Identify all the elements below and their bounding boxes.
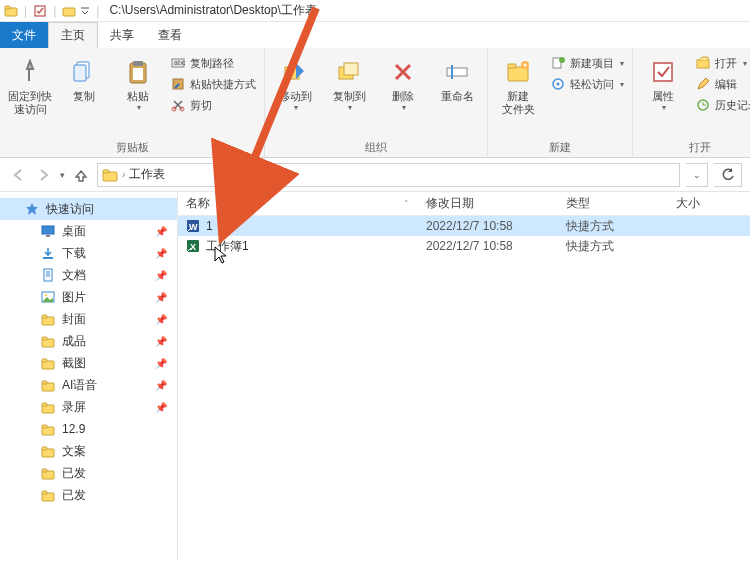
sidebar-item[interactable]: 成品📌 <box>0 330 177 352</box>
ribbon-group-open: 属性 ▾ 打开 ▾ 编辑 <box>633 48 750 157</box>
sidebar-item[interactable]: 封面📌 <box>0 308 177 330</box>
delete-button[interactable]: 删除 ▾ <box>379 52 427 112</box>
tab-share[interactable]: 共享 <box>98 22 146 48</box>
tab-file[interactable]: 文件 <box>0 22 48 48</box>
sidebar-item-label: 桌面 <box>62 223 86 240</box>
edit-button[interactable]: 编辑 <box>693 75 750 93</box>
table-row[interactable]: X工作簿12022/12/7 10:58快捷方式 <box>178 236 750 256</box>
folder-icon <box>102 167 118 183</box>
sidebar-item[interactable]: 桌面📌 <box>0 220 177 242</box>
ribbon-group-clipboard: 固定到快 速访问 复制 粘贴 ▾ abc 复制 <box>0 48 265 157</box>
pin-icon: 📌 <box>155 358 167 369</box>
new-folder-icon <box>502 56 534 88</box>
history-button[interactable]: 历史记录 <box>693 96 750 114</box>
copy-button[interactable]: 复制 <box>60 52 108 103</box>
file-date: 2022/12/7 10:58 <box>418 219 558 233</box>
table-row[interactable]: W12022/12/7 10:58快捷方式 <box>178 216 750 236</box>
sidebar-item[interactable]: 录屏📌 <box>0 396 177 418</box>
sidebar-item[interactable]: 截图📌 <box>0 352 177 374</box>
back-button[interactable] <box>8 165 28 185</box>
new-item-button[interactable]: 新建项目 ▾ <box>548 54 626 72</box>
folder-icon <box>40 487 56 503</box>
folder-small-icon[interactable] <box>62 4 76 18</box>
sidebar-item-label: 已发 <box>62 487 86 504</box>
svg-rect-26 <box>654 63 672 81</box>
pin-icon: 📌 <box>155 226 167 237</box>
copy-path-icon: abc <box>170 55 186 71</box>
paste-shortcut-icon <box>170 76 186 92</box>
sidebar-item[interactable]: AI语音📌 <box>0 374 177 396</box>
rename-button[interactable]: 重命名 <box>433 52 481 103</box>
file-type: 快捷方式 <box>558 238 668 255</box>
forward-button[interactable] <box>34 165 54 185</box>
sidebar-item[interactable]: 已发 <box>0 462 177 484</box>
separator: | <box>53 4 56 18</box>
file-name: 工作簿1 <box>206 238 249 255</box>
move-to-button[interactable]: 移动到 ▾ <box>271 52 319 112</box>
pin-to-quickaccess-button[interactable]: 固定到快 速访问 <box>6 52 54 116</box>
sidebar-nav: 快速访问 桌面📌下载📌文档📌图片📌封面📌成品📌截图📌AI语音📌录屏📌12.9文案… <box>0 192 178 561</box>
svg-rect-57 <box>42 425 47 428</box>
col-date[interactable]: 修改日期 <box>418 192 558 215</box>
up-button[interactable] <box>71 165 91 185</box>
paste-shortcut-button[interactable]: 粘贴快捷方式 <box>168 75 258 93</box>
svg-rect-19 <box>508 67 528 81</box>
sidebar-item[interactable]: 文案 <box>0 440 177 462</box>
window-title: C:\Users\Administrator\Desktop\工作表 <box>109 2 316 19</box>
svg-rect-8 <box>133 68 143 80</box>
history-dropdown-icon[interactable]: ▾ <box>60 170 65 180</box>
sidebar-item-quickaccess[interactable]: 快速访问 <box>0 198 177 220</box>
paste-button[interactable]: 粘贴 ▾ <box>114 52 162 112</box>
cut-icon <box>170 97 186 113</box>
sidebar-item-label: 文案 <box>62 443 86 460</box>
sidebar-item[interactable]: 12.9 <box>0 418 177 440</box>
copy-path-button[interactable]: abc 复制路径 <box>168 54 258 72</box>
col-size[interactable]: 大小 <box>668 192 750 215</box>
pin-icon: 📌 <box>155 402 167 413</box>
open-button[interactable]: 打开 ▾ <box>693 54 750 72</box>
svg-rect-43 <box>44 269 52 281</box>
svg-rect-16 <box>344 63 358 75</box>
folder-icon <box>40 311 56 327</box>
breadcrumb-item[interactable]: 工作表 <box>129 166 165 183</box>
ribbon-tabs: 文件 主页 共享 查看 <box>0 22 750 48</box>
new-folder-button[interactable]: 新建 文件夹 <box>494 52 542 116</box>
qat-dropdown-icon[interactable] <box>80 6 90 16</box>
sidebar-item[interactable]: 图片📌 <box>0 286 177 308</box>
svg-rect-41 <box>46 235 50 237</box>
svg-rect-39 <box>103 170 109 173</box>
col-name[interactable]: 名称 ˄ <box>178 192 418 215</box>
properties-button[interactable]: 属性 ▾ <box>639 52 687 112</box>
navbar: ▾ › 工作表 ⌄ <box>0 158 750 192</box>
breadcrumb-dropdown[interactable]: ⌄ <box>686 163 708 187</box>
svg-rect-1 <box>5 6 10 9</box>
folder-icon <box>40 421 56 437</box>
sidebar-item[interactable]: 已发 <box>0 484 177 506</box>
col-type[interactable]: 类型 <box>558 192 668 215</box>
properties-icon[interactable] <box>33 4 47 18</box>
delete-icon <box>387 56 419 88</box>
pin-icon: 📌 <box>155 314 167 325</box>
chevron-right-icon[interactable]: › <box>122 169 125 180</box>
desktop-icon <box>40 223 56 239</box>
svg-rect-63 <box>42 491 47 494</box>
folder-icon <box>40 399 56 415</box>
easy-access-button[interactable]: 轻松访问 ▾ <box>548 75 626 93</box>
sidebar-item[interactable]: 下载📌 <box>0 242 177 264</box>
refresh-button[interactable] <box>714 163 742 187</box>
separator: | <box>24 4 27 18</box>
tab-home[interactable]: 主页 <box>48 22 98 48</box>
sidebar-item-label: 截图 <box>62 355 86 372</box>
group-label-organize: 组织 <box>271 138 481 155</box>
svg-rect-20 <box>508 64 516 68</box>
sidebar-item[interactable]: 文档📌 <box>0 264 177 286</box>
tab-view[interactable]: 查看 <box>146 22 194 48</box>
copy-to-button[interactable]: 复制到 ▾ <box>325 52 373 112</box>
svg-rect-42 <box>43 257 53 259</box>
chevron-down-icon: ▾ <box>620 59 624 68</box>
titlebar: | | | C:\Users\Administrator\Desktop\工作表 <box>0 0 750 22</box>
chevron-down-icon: ▾ <box>348 103 352 112</box>
cut-button[interactable]: 剪切 <box>168 96 258 114</box>
breadcrumb[interactable]: › 工作表 <box>97 163 680 187</box>
group-label-new: 新建 <box>494 138 626 155</box>
